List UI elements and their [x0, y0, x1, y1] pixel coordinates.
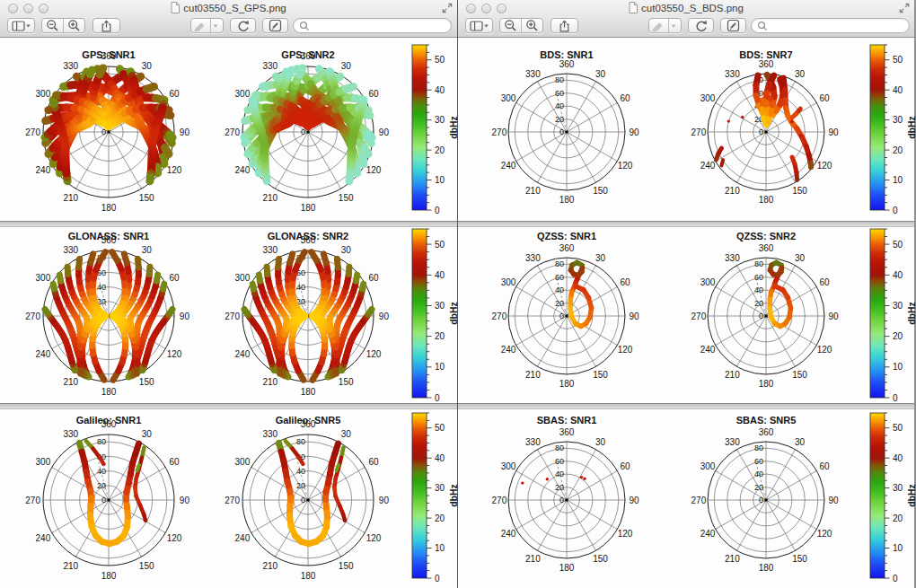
colorbar-tick-label: 0 — [435, 574, 440, 584]
window-separator — [458, 403, 914, 409]
azimuth-label: 90 — [180, 312, 190, 321]
azimuth-label: 330 — [262, 61, 277, 71]
colorbar-tick-label: 10 — [893, 362, 903, 372]
search-field[interactable] — [751, 18, 910, 33]
azimuth-label: 30 — [595, 69, 606, 79]
plot-title: QZSS: SNR1 — [468, 231, 665, 241]
search-input[interactable] — [771, 20, 903, 31]
azimuth-label: 330 — [725, 69, 740, 79]
share-button[interactable] — [550, 18, 578, 33]
azimuth-label: 60 — [819, 277, 830, 287]
rotate-left-icon — [236, 19, 250, 32]
azimuth-label: 180 — [101, 387, 117, 397]
azimuth-label: 330 — [63, 61, 78, 71]
azimuth-label: 180 — [559, 563, 575, 573]
zoom-control — [499, 18, 543, 33]
azimuth-label: 150 — [339, 193, 354, 203]
azimuth-label: 180 — [559, 379, 575, 389]
elevation-label: 80 — [296, 437, 305, 446]
window-title: cut03550_S_GPS.png — [63, 2, 394, 14]
share-icon — [558, 20, 571, 32]
colorbar-tick-label: 20 — [893, 145, 903, 155]
azimuth-label: 240 — [700, 529, 716, 539]
azimuth-label: 150 — [139, 377, 154, 387]
azimuth-label: 270 — [492, 127, 507, 137]
zoom-window-button[interactable] — [39, 4, 48, 13]
colorbar-tick-label: 10 — [893, 175, 903, 185]
plot-title: QZSS: SNR2 — [667, 231, 865, 241]
colorbar-tick-label: 30 — [435, 115, 445, 125]
share-button[interactable] — [92, 18, 120, 33]
elevation-label: 40 — [296, 283, 305, 292]
azimuth-label: 300 — [235, 89, 251, 99]
elevation-label: 20 — [97, 481, 106, 490]
plot-title: SBAS: SNR5 — [667, 415, 865, 426]
azimuth-label: 210 — [725, 186, 740, 196]
plot-title: GLONASS: SNR1 — [10, 231, 207, 241]
polar-plot: 3603060901201501802102402703003300204060… — [207, 231, 409, 401]
fullscreen-icon[interactable] — [442, 3, 453, 13]
zoom-in-icon — [67, 19, 81, 32]
azimuth-label: 180 — [759, 563, 774, 573]
markup-toolbar-button[interactable] — [720, 18, 746, 33]
annotate-button[interactable] — [190, 18, 224, 33]
sidebar-view-icon — [12, 21, 31, 31]
azimuth-label: 300 — [501, 461, 516, 471]
rotate-left-icon — [694, 19, 708, 32]
elevation-label: 60 — [555, 273, 564, 282]
zoom-control — [41, 18, 85, 33]
view-options-button[interactable] — [7, 18, 35, 33]
minimize-button[interactable] — [481, 4, 491, 13]
azimuth-label: 240 — [36, 165, 51, 175]
colorbar-tick-label: 0 — [893, 393, 898, 403]
annotate-button[interactable] — [648, 18, 682, 33]
azimuth-label: 30 — [341, 61, 352, 71]
minimize-button[interactable] — [23, 4, 33, 13]
azimuth-label: 180 — [759, 379, 774, 389]
azimuth-label: 270 — [225, 496, 240, 505]
elevation-label: 0 — [559, 496, 564, 505]
search-input[interactable] — [313, 20, 445, 31]
elevation-label: 80 — [754, 259, 763, 268]
azimuth-label: 30 — [795, 253, 806, 263]
azimuth-label: 240 — [501, 161, 516, 171]
search-field[interactable] — [293, 18, 452, 33]
elevation-label: 0 — [759, 312, 763, 320]
azimuth-label: 90 — [829, 312, 840, 321]
elevation-label: 0 — [759, 496, 763, 505]
azimuth-label: 330 — [525, 437, 541, 447]
window-title-text: cut03550_S_BDS.png — [641, 3, 744, 13]
zoom-window-button[interactable] — [497, 4, 506, 13]
elevation-label: 0 — [101, 127, 106, 136]
zoom-in-button[interactable] — [64, 19, 84, 32]
azimuth-label: 360 — [559, 243, 575, 253]
elevation-label: 0 — [301, 127, 305, 136]
azimuth-label: 300 — [36, 89, 51, 99]
azimuth-label: 120 — [618, 345, 633, 355]
polar-plot: 3603060901201501802102402703003300204060… — [466, 231, 667, 401]
rotate-left-button[interactable] — [230, 18, 256, 33]
window-separator — [0, 403, 457, 409]
polar-plot: 3603060901201501802102402703003300204060… — [665, 47, 867, 217]
colorbar-tick-label: 10 — [435, 543, 445, 553]
close-button[interactable] — [466, 4, 476, 13]
window-separator — [458, 221, 914, 227]
zoom-out-button[interactable] — [42, 19, 63, 32]
zoom-in-icon — [525, 19, 539, 32]
azimuth-label: 330 — [262, 245, 277, 255]
azimuth-label: 30 — [341, 429, 352, 439]
close-button[interactable] — [8, 4, 18, 13]
azimuth-label: 120 — [366, 165, 382, 175]
rotate-left-button[interactable] — [688, 18, 714, 33]
zoom-in-button[interactable] — [522, 19, 542, 32]
fullscreen-icon[interactable] — [899, 3, 910, 13]
view-options-button[interactable] — [465, 18, 493, 33]
azimuth-label: 240 — [36, 349, 51, 359]
polar-plot: 3603060901201501802102402703003300204060… — [207, 47, 409, 217]
azimuth-label: 90 — [630, 127, 640, 137]
zoom-out-icon — [504, 19, 517, 32]
zoom-out-button[interactable] — [500, 19, 521, 32]
azimuth-label: 60 — [620, 461, 630, 471]
colorbar-tick-label: 10 — [435, 175, 445, 185]
markup-toolbar-button[interactable] — [262, 18, 288, 33]
